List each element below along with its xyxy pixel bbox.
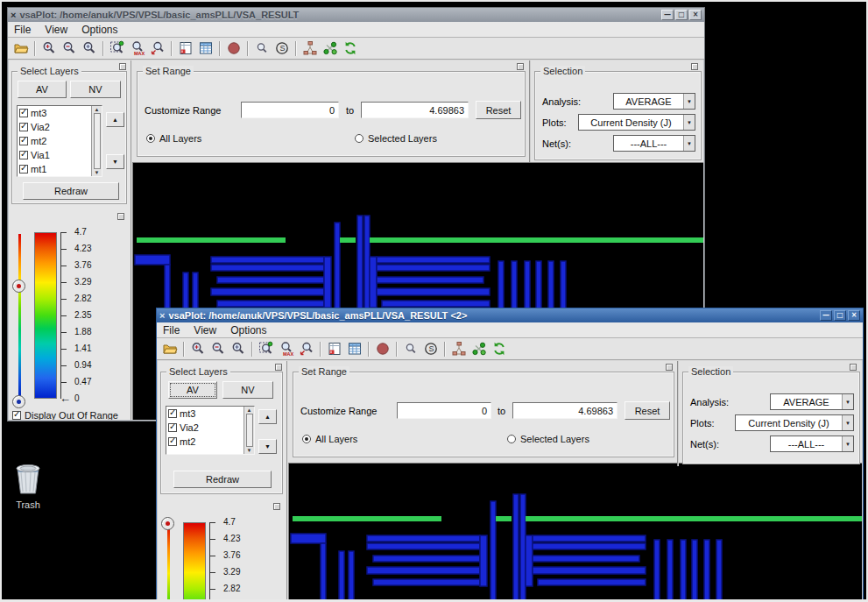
panel-detach-icon[interactable]: [273, 503, 280, 510]
net-probe-icon[interactable]: [469, 340, 488, 358]
zoom-out-icon[interactable]: [208, 340, 227, 358]
layer-label[interactable]: mt3: [180, 408, 195, 419]
titlebar[interactable]: × vsaPlot: /home/anuk/VPS/VPSL/basic_ams…: [157, 308, 863, 322]
panel-detach-icon[interactable]: [275, 364, 282, 371]
layer-list[interactable]: mt3 Via2 mt2 Via1 mt1 ▲ ▼: [17, 105, 102, 177]
all-layers-radio[interactable]: [302, 435, 311, 443]
layer-move-down-button[interactable]: ▼: [258, 439, 277, 454]
nv-button[interactable]: NV: [70, 81, 121, 98]
panel-detach-icon[interactable]: [850, 364, 857, 371]
layer-checkbox[interactable]: [168, 423, 177, 432]
scale-slider-track[interactable]: [167, 524, 170, 599]
selected-layers-radio[interactable]: [355, 134, 363, 143]
zoom-out-icon[interactable]: [60, 39, 78, 58]
nets-dropdown[interactable]: ---ALL---▼: [613, 135, 695, 152]
probe-icon[interactable]: [401, 340, 420, 358]
range-from-input[interactable]: 0: [241, 102, 339, 118]
zoom-search-icon[interactable]: [297, 340, 315, 358]
layer-checkbox[interactable]: [19, 109, 28, 117]
layer-checkbox[interactable]: [19, 165, 28, 174]
scroll-thumb[interactable]: [246, 414, 253, 447]
scale-upper-handle[interactable]: [12, 280, 25, 293]
layer-checkbox[interactable]: [168, 409, 177, 418]
titlebar[interactable]: × vsaPlot: /home/anuk/VPS/VPSL/basic_ams…: [8, 8, 704, 22]
av-button[interactable]: AV: [168, 381, 217, 399]
panel-detach-icon[interactable]: [666, 364, 673, 371]
analysis-dropdown[interactable]: AVERAGE▼: [770, 393, 854, 410]
plots-dropdown[interactable]: Current Density (J)▼: [735, 414, 854, 431]
net-probe-icon[interactable]: [321, 39, 339, 58]
range-from-input[interactable]: 0: [397, 402, 491, 419]
nv-button[interactable]: NV: [222, 381, 273, 399]
scroll-down-icon[interactable]: ▼: [247, 448, 252, 453]
menu-options[interactable]: Options: [230, 324, 266, 336]
layer-move-up-button[interactable]: ▲: [258, 409, 277, 424]
reset-button[interactable]: Reset: [625, 401, 670, 420]
scroll-up-icon[interactable]: ▲: [95, 107, 100, 112]
menu-view[interactable]: View: [45, 24, 67, 36]
analysis-dropdown[interactable]: AVERAGE▼: [613, 93, 695, 110]
layer-checkbox[interactable]: [19, 151, 28, 159]
layer-label[interactable]: Via2: [31, 122, 50, 132]
window-menu-icon[interactable]: ×: [159, 311, 165, 321]
redraw-button[interactable]: Redraw: [23, 182, 119, 200]
table-icon[interactable]: [196, 39, 215, 58]
scroll-thumb[interactable]: [94, 113, 101, 169]
panel-splitter[interactable]: [677, 361, 679, 466]
layer-label[interactable]: Via2: [180, 422, 199, 433]
menu-file[interactable]: File: [14, 24, 31, 36]
close-button[interactable]: ×: [848, 310, 860, 321]
menu-options[interactable]: Options: [81, 24, 117, 36]
layer-label[interactable]: mt3: [31, 108, 46, 118]
hierarchy-icon[interactable]: [300, 39, 319, 58]
open-folder-icon[interactable]: [160, 340, 179, 358]
maximize-button[interactable]: □: [675, 10, 688, 20]
chevron-down-icon[interactable]: ▼: [842, 436, 853, 451]
layer-label[interactable]: Via1: [31, 150, 50, 160]
chevron-down-icon[interactable]: ▼: [683, 94, 695, 109]
layer-move-down-button[interactable]: ▼: [106, 154, 124, 169]
s-marker-icon[interactable]: S: [421, 340, 440, 358]
reload-icon[interactable]: [341, 39, 359, 58]
report-icon[interactable]: [176, 39, 194, 58]
layer-label[interactable]: mt2: [31, 136, 46, 146]
zoom-max-icon[interactable]: MAX: [277, 340, 295, 358]
open-folder-icon[interactable]: [11, 39, 30, 58]
layer-label[interactable]: mt2: [180, 436, 195, 447]
layer-list-scrollbar[interactable]: ▲ ▼: [91, 106, 102, 176]
nets-dropdown[interactable]: ---ALL---▼: [770, 436, 854, 452]
panel-detach-icon[interactable]: [119, 63, 126, 70]
record-icon[interactable]: [373, 340, 392, 358]
layer-move-up-button[interactable]: ▲: [106, 112, 124, 127]
layer-checkbox[interactable]: [168, 437, 177, 446]
zoom-region-icon[interactable]: [108, 39, 126, 58]
window-menu-icon[interactable]: ×: [11, 11, 16, 20]
layer-list-scrollbar[interactable]: ▲ ▼: [243, 407, 254, 454]
s-marker-icon[interactable]: S: [272, 39, 291, 58]
panel-detach-icon[interactable]: [117, 213, 124, 220]
maximize-button[interactable]: □: [834, 310, 846, 321]
scale-slider-track[interactable]: [18, 234, 21, 399]
menu-file[interactable]: File: [163, 324, 180, 336]
selected-layers-radio[interactable]: [507, 435, 516, 443]
panel-detach-icon[interactable]: [691, 63, 698, 70]
report-icon[interactable]: [325, 340, 343, 358]
zoom-fit-icon[interactable]: [229, 340, 247, 358]
zoom-in-icon[interactable]: [188, 340, 207, 358]
close-button[interactable]: ×: [689, 10, 702, 20]
layer-list[interactable]: mt3 Via2 mt2 ▲ ▼: [166, 406, 255, 455]
layer-checkbox[interactable]: [19, 137, 28, 145]
trash-shortcut[interactable]: Trash: [4, 460, 53, 510]
zoom-search-icon[interactable]: [148, 39, 166, 58]
menu-view[interactable]: View: [194, 324, 216, 336]
chevron-down-icon[interactable]: ▼: [683, 136, 695, 151]
range-to-input[interactable]: 4.69863: [361, 102, 469, 118]
layer-checkbox[interactable]: [19, 123, 28, 131]
redraw-button[interactable]: Redraw: [173, 471, 272, 488]
all-layers-radio[interactable]: [146, 134, 155, 143]
record-icon[interactable]: [224, 39, 243, 58]
chevron-down-icon[interactable]: ▼: [842, 394, 853, 409]
zoom-in-icon[interactable]: [39, 39, 58, 58]
reload-icon[interactable]: [490, 340, 508, 358]
scroll-down-icon[interactable]: ▼: [95, 170, 100, 175]
